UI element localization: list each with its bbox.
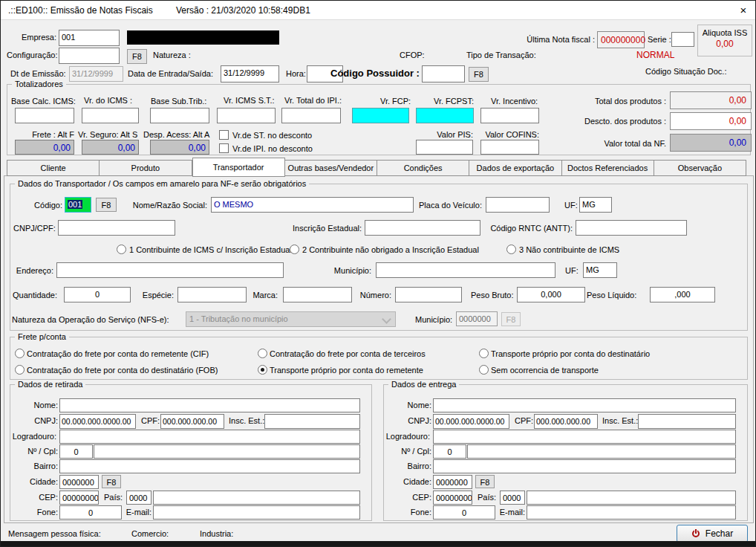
entrega-cpf-input[interactable]: 000.000.000.00 — [534, 414, 598, 429]
radio-frete-remetente-cif[interactable] — [15, 349, 25, 358]
entrega-cnpj-input[interactable]: 00.000.000.0000.00 — [433, 414, 509, 429]
tab-condicoes[interactable]: Condições — [377, 160, 469, 176]
marca-input[interactable] — [283, 287, 352, 302]
numero-input[interactable] — [395, 287, 462, 302]
endereco-input[interactable] — [56, 262, 284, 278]
entrega-cep-input[interactable]: 00000000 — [433, 491, 472, 505]
frete-value[interactable]: 0,00 — [15, 140, 74, 155]
vr-fcpst-input[interactable] — [416, 108, 474, 123]
radio-contribuinte-icms[interactable] — [117, 245, 126, 254]
entrega-num-input[interactable]: 0 — [433, 444, 466, 459]
valor-pis-input[interactable] — [416, 140, 473, 155]
codigo-f8-button[interactable]: F8 — [96, 198, 117, 212]
peso-liquido-input[interactable]: ,000 — [650, 287, 715, 302]
configuracao-input[interactable] — [59, 48, 120, 64]
placa-input[interactable] — [486, 197, 550, 213]
data-entrada-input[interactable]: 31/12/9999 — [221, 65, 279, 82]
close-icon[interactable]: × — [734, 3, 752, 18]
fechar-button[interactable]: Fechar — [677, 525, 748, 543]
codigo-input[interactable]: 001 — [65, 197, 91, 213]
retirada-bairro-input[interactable] — [59, 459, 360, 473]
entrega-email-input[interactable] — [527, 505, 736, 520]
radio-frete-terceiros[interactable] — [258, 349, 267, 358]
retirada-insc-label: Insc. Est.: — [229, 416, 264, 425]
retirada-cpf-input[interactable]: 000.000.000.00 — [160, 414, 224, 429]
retirada-cnpj-input[interactable]: 00.000.000.0000.00 — [59, 414, 136, 429]
st-desconto-checkbox[interactable] — [219, 130, 229, 140]
entrega-nome-input[interactable] — [433, 398, 736, 412]
tab-dados-exportacao[interactable]: Dados de exportação — [469, 160, 561, 176]
radio-sem-transporte[interactable] — [479, 365, 489, 375]
uf-endereco-input[interactable]: MG — [583, 262, 617, 278]
entrega-pais-input[interactable]: 0000 — [500, 491, 525, 505]
entrega-bairro-input[interactable] — [433, 459, 736, 473]
serie-input[interactable] — [671, 32, 694, 47]
retirada-email-input[interactable] — [153, 505, 360, 520]
desp-acess-value[interactable]: 0,00 — [150, 140, 209, 155]
entrega-cidade-input[interactable]: 0000000 — [433, 475, 472, 489]
retirada-pais-nome-input[interactable] — [153, 491, 360, 505]
codigo-possuidor-input[interactable] — [422, 65, 465, 82]
entrega-pais-nome-input[interactable] — [527, 491, 736, 505]
total-produtos-value: 0,00 — [670, 91, 752, 109]
codigo-possuidor-f8-button[interactable]: F8 — [469, 67, 489, 82]
entrega-cidade-f8-button[interactable]: F8 — [475, 475, 495, 488]
especie-input[interactable] — [177, 287, 247, 302]
radio-transporte-destinatario[interactable] — [479, 349, 489, 358]
rntc-input[interactable] — [576, 220, 687, 236]
vr-total-ipi-input[interactable] — [281, 108, 341, 123]
chevron-down-icon — [382, 314, 391, 324]
vr-icms-st-input[interactable] — [217, 108, 276, 123]
frete-conta-legend: Frete p/conta — [15, 332, 69, 341]
uf-veiculo-input[interactable]: MG — [579, 197, 612, 213]
tab-observacao[interactable]: Observação — [654, 160, 746, 176]
descto-produtos-label: Descto. dos produtos : — [557, 117, 666, 126]
entrega-logradouro-input[interactable] — [433, 430, 736, 444]
tab-produto[interactable]: Produto — [100, 160, 192, 176]
tab-doctos-referenciados[interactable]: Doctos Referenciados — [562, 160, 654, 176]
valor-cofins-input[interactable] — [480, 140, 539, 155]
vr-incentivo-input[interactable] — [480, 108, 539, 123]
retirada-logradouro-input[interactable] — [59, 430, 360, 444]
quantidade-input[interactable]: 0 — [64, 287, 131, 302]
retirada-cidade-f8-button[interactable]: F8 — [102, 475, 121, 488]
retirada-cep-label: CEP: — [12, 493, 58, 502]
retirada-cidade-input[interactable]: 0000000 — [59, 475, 99, 489]
tab-transportador[interactable]: Transportador — [192, 158, 285, 177]
radio-nao-contribuinte[interactable] — [506, 245, 516, 254]
retirada-cep-input[interactable]: 00000000 — [59, 491, 99, 505]
radio-contribuinte-nao-obrigado[interactable] — [290, 245, 299, 254]
mensagem-pessoa-fisica-label: Mensagem pessoa física: — [8, 529, 101, 538]
municipio-input[interactable] — [376, 262, 555, 278]
tab-outras-bases[interactable]: Outras bases/Vendedor — [285, 160, 377, 176]
descto-produtos-value[interactable]: 0,00 — [670, 112, 752, 130]
configuracao-f8-button[interactable]: F8 — [127, 49, 147, 64]
peso-bruto-input[interactable]: 0,000 — [517, 287, 585, 302]
entrega-cpl-input[interactable] — [467, 444, 736, 459]
tab-cliente[interactable]: Cliente — [7, 160, 100, 176]
retirada-num-input[interactable]: 0 — [59, 444, 93, 459]
radio-transporte-remetente[interactable] — [258, 365, 267, 375]
entrega-insc-input[interactable] — [638, 414, 736, 429]
radio-frete-destinatario-fob[interactable] — [15, 365, 25, 375]
valor-total-nf-value: 0,00 — [670, 134, 752, 152]
retirada-cpl-input[interactable] — [94, 444, 360, 459]
retirada-fone-input[interactable]: 0 — [59, 505, 122, 520]
entrega-fone-input[interactable]: 0 — [433, 505, 495, 520]
inscricao-estadual-input[interactable] — [365, 220, 480, 236]
empresa-input[interactable]: 001 — [59, 30, 120, 46]
base-calc-icms-input[interactable] — [15, 108, 74, 123]
nome-razao-input[interactable]: O MESMO — [211, 197, 414, 213]
ipi-desconto-checkbox[interactable] — [219, 143, 229, 153]
hora-label: Hora: — [286, 69, 306, 78]
retirada-pais-input[interactable]: 0000 — [126, 491, 151, 505]
retirada-nome-input[interactable] — [59, 398, 360, 412]
bottom-border-strip — [1, 541, 755, 546]
vr-icms-input[interactable] — [82, 108, 139, 123]
retirada-insc-input[interactable] — [264, 414, 360, 429]
seguro-value[interactable]: 0,00 — [82, 140, 139, 155]
cnpj-cpf-input[interactable] — [58, 220, 175, 236]
vr-fcp-input[interactable] — [352, 108, 409, 123]
base-sub-trib-input[interactable] — [150, 108, 209, 123]
ultima-nota-value: 000000000 — [597, 31, 645, 48]
